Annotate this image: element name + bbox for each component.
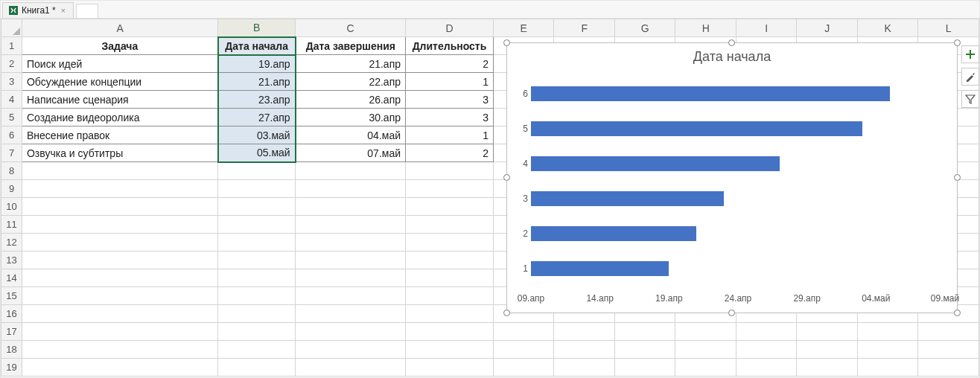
cell-B6[interactable]: 03.май <box>218 126 296 144</box>
chart-bar-4[interactable] <box>531 156 780 171</box>
cell-I17[interactable] <box>736 323 796 341</box>
row-header-5[interactable]: 5 <box>1 109 22 126</box>
cell-C1[interactable]: Дата завершения <box>296 37 406 55</box>
cell-A1[interactable]: Задача <box>22 37 217 55</box>
cell-B11[interactable] <box>218 216 296 234</box>
cell-C4[interactable]: 26.апр <box>296 91 406 109</box>
cell-C13[interactable] <box>296 252 406 269</box>
cell-B14[interactable] <box>218 269 296 287</box>
chart-bar-6[interactable] <box>531 86 890 101</box>
cell-H18[interactable] <box>675 341 736 359</box>
cell-C12[interactable] <box>296 234 406 252</box>
row-header-16[interactable]: 16 <box>1 305 22 323</box>
cell-D13[interactable] <box>406 252 494 269</box>
chart-title[interactable]: Дата начала <box>507 43 957 65</box>
cell-B13[interactable] <box>218 252 296 269</box>
cell-A17[interactable] <box>22 323 217 341</box>
cell-D11[interactable] <box>406 216 494 234</box>
cell-B3[interactable]: 21.апр <box>218 73 296 91</box>
column-header-K[interactable]: K <box>857 19 918 37</box>
chart-bar-1[interactable] <box>531 261 669 276</box>
cell-B2[interactable]: 19.апр <box>218 55 296 73</box>
cell-B9[interactable] <box>218 180 296 198</box>
cell-C14[interactable] <box>296 269 406 287</box>
row-header-7[interactable]: 7 <box>1 144 22 162</box>
chart-bar-5[interactable] <box>531 121 862 136</box>
cell-A16[interactable] <box>22 305 217 323</box>
cell-H19[interactable] <box>675 359 736 377</box>
cell-D15[interactable] <box>406 287 494 305</box>
cell-D17[interactable] <box>406 323 494 341</box>
cell-C6[interactable]: 04.май <box>296 126 406 144</box>
cell-B18[interactable] <box>218 341 296 359</box>
cell-D19[interactable] <box>406 359 494 377</box>
embedded-chart[interactable]: Дата начала 65432109.апр14.апр19.апр24.а… <box>506 42 958 313</box>
cell-C10[interactable] <box>296 198 406 216</box>
cell-A5[interactable]: Создание видеоролика <box>22 109 217 126</box>
cell-G17[interactable] <box>614 323 675 341</box>
row-header-4[interactable]: 4 <box>1 91 22 109</box>
chart-plot-area[interactable]: 65432109.апр14.апр19.апр24.апр29.апр04.м… <box>531 77 944 286</box>
cell-D12[interactable] <box>406 234 494 252</box>
cell-C2[interactable]: 21.апр <box>296 55 406 73</box>
cell-K17[interactable] <box>857 323 918 341</box>
row-header-19[interactable]: 19 <box>1 359 22 377</box>
row-header-12[interactable]: 12 <box>1 234 22 252</box>
select-all-corner[interactable] <box>1 19 22 37</box>
cell-E19[interactable] <box>493 359 554 377</box>
cell-A3[interactable]: Обсуждение концепции <box>22 73 217 91</box>
cell-A15[interactable] <box>22 287 217 305</box>
cell-J19[interactable] <box>797 359 857 377</box>
cell-F17[interactable] <box>554 323 615 341</box>
cell-B17[interactable] <box>218 323 296 341</box>
column-header-F[interactable]: F <box>554 19 615 37</box>
column-header-I[interactable]: I <box>736 19 796 37</box>
row-header-17[interactable]: 17 <box>1 323 22 341</box>
cell-C9[interactable] <box>296 180 406 198</box>
cell-A4[interactable]: Написание сценария <box>22 91 217 109</box>
cell-C3[interactable]: 22.апр <box>296 73 406 91</box>
column-header-C[interactable]: C <box>296 19 406 37</box>
cell-B12[interactable] <box>218 234 296 252</box>
cell-D2[interactable]: 2 <box>406 55 494 73</box>
cell-D4[interactable]: 3 <box>406 91 494 109</box>
cell-A8[interactable] <box>22 162 217 180</box>
cell-D14[interactable] <box>406 269 494 287</box>
cell-E17[interactable] <box>493 323 554 341</box>
column-header-J[interactable]: J <box>797 19 857 37</box>
cell-L17[interactable] <box>918 323 979 341</box>
column-header-L[interactable]: L <box>918 19 979 37</box>
chart-styles-button[interactable] <box>961 68 979 86</box>
cell-A19[interactable] <box>22 359 217 377</box>
cell-J17[interactable] <box>797 323 857 341</box>
column-header-E[interactable]: E <box>493 19 554 37</box>
cell-C11[interactable] <box>296 216 406 234</box>
cell-A2[interactable]: Поиск идей <box>22 55 217 73</box>
column-header-H[interactable]: H <box>675 19 736 37</box>
cell-A6[interactable]: Внесение правок <box>22 126 217 144</box>
cell-F18[interactable] <box>554 341 615 359</box>
column-header-G[interactable]: G <box>614 19 675 37</box>
close-icon[interactable]: × <box>60 7 67 14</box>
chart-add-element-button[interactable] <box>961 45 979 63</box>
cell-D10[interactable] <box>406 198 494 216</box>
row-header-8[interactable]: 8 <box>1 162 22 180</box>
row-header-9[interactable]: 9 <box>1 180 22 198</box>
column-header-D[interactable]: D <box>406 19 494 37</box>
row-header-10[interactable]: 10 <box>1 198 22 216</box>
cell-J18[interactable] <box>797 341 857 359</box>
chart-bar-3[interactable] <box>531 191 724 206</box>
cell-B5[interactable]: 27.апр <box>218 109 296 126</box>
chart-bar-2[interactable] <box>531 226 696 241</box>
cell-D16[interactable] <box>406 305 494 323</box>
cell-A13[interactable] <box>22 252 217 269</box>
cell-C5[interactable]: 30.апр <box>296 109 406 126</box>
row-header-18[interactable]: 18 <box>1 341 22 359</box>
row-header-14[interactable]: 14 <box>1 269 22 287</box>
cell-D7[interactable]: 2 <box>406 144 494 162</box>
cell-B4[interactable]: 23.апр <box>218 91 296 109</box>
row-header-3[interactable]: 3 <box>1 73 22 91</box>
new-tab-button[interactable] <box>76 4 98 18</box>
cell-L19[interactable] <box>918 359 979 377</box>
row-header-6[interactable]: 6 <box>1 126 22 144</box>
